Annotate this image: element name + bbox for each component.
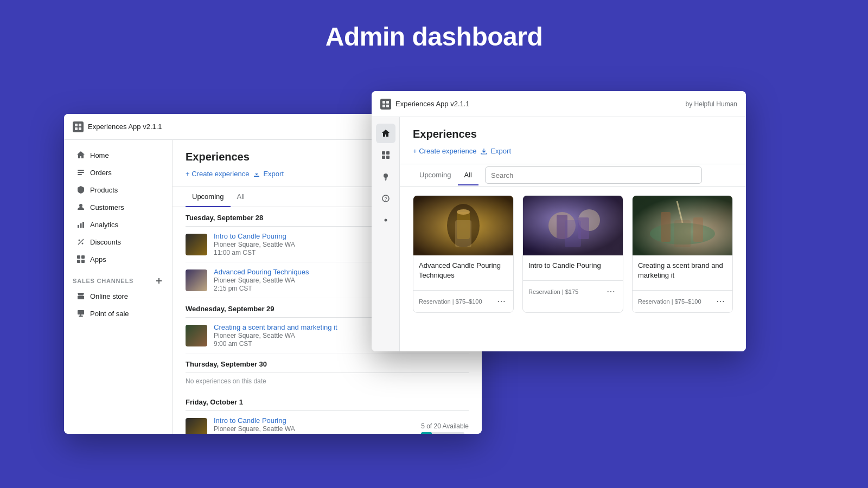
back-app-title: Experiences App v2.1.1 bbox=[88, 123, 162, 131]
sidebar-item-products[interactable]: Products bbox=[67, 181, 169, 198]
front-app-name: Experiences App v2.1.1 bbox=[380, 99, 470, 110]
svg-rect-20 bbox=[80, 314, 81, 316]
svg-rect-3 bbox=[79, 127, 81, 130]
back-tab-all[interactable]: All bbox=[231, 187, 251, 207]
front-sidebar-settings[interactable] bbox=[376, 210, 395, 230]
card-image-3 bbox=[633, 196, 732, 255]
sidebar-item-home[interactable]: Home bbox=[67, 146, 169, 164]
card-more-button-2[interactable]: ⋯ bbox=[604, 285, 617, 298]
event-title-link[interactable]: Intro to Candle Pouring bbox=[214, 416, 414, 425]
front-sidebar-question[interactable]: ? bbox=[376, 189, 395, 208]
card-meta-3: Reservation | $75–$100 bbox=[638, 298, 701, 305]
orders-icon bbox=[76, 168, 86, 177]
svg-rect-8 bbox=[78, 225, 79, 228]
svg-rect-5 bbox=[78, 172, 84, 173]
front-sidebar-grid[interactable] bbox=[376, 145, 395, 165]
front-window-body: ? Experiences + Create experience Export bbox=[372, 117, 746, 351]
svg-rect-37 bbox=[457, 212, 470, 239]
card-title-2: Intro to Candle Pouring bbox=[528, 261, 617, 271]
svg-point-11 bbox=[79, 240, 80, 241]
card-footer-3: Reservation | $75–$100 ⋯ bbox=[633, 290, 732, 312]
date-header-sep30: Thursday, September 30 bbox=[186, 354, 469, 373]
svg-text:?: ? bbox=[384, 196, 387, 202]
card-title-3: Creating a scent brand and marketing it bbox=[638, 261, 727, 280]
front-tab-upcoming[interactable]: Upcoming bbox=[413, 165, 458, 185]
sidebar-customers-label: Customers bbox=[90, 203, 124, 211]
svg-rect-23 bbox=[382, 105, 385, 107]
svg-rect-18 bbox=[78, 310, 84, 314]
svg-rect-46 bbox=[661, 212, 671, 242]
no-experiences-text: No experiences on this date bbox=[186, 373, 469, 391]
back-export-button[interactable]: Export bbox=[253, 168, 284, 180]
sidebar-discounts-label: Discounts bbox=[90, 238, 121, 246]
front-tab-all[interactable]: All bbox=[458, 165, 478, 185]
sidebar-online-store-label: Online store bbox=[90, 292, 128, 300]
page-title: Admin dashboard bbox=[0, 0, 868, 52]
svg-rect-16 bbox=[77, 260, 80, 263]
front-cards-grid: Advanced Candle Pouring Techniques Reser… bbox=[400, 187, 746, 322]
customers-icon bbox=[76, 202, 86, 212]
front-window-titlebar: Experiences App v2.1.1 by Helpful Human bbox=[372, 91, 746, 117]
sidebar-item-pos[interactable]: Point of sale bbox=[67, 305, 169, 322]
add-channel-button[interactable] bbox=[155, 277, 163, 285]
sidebar-item-discounts[interactable]: Discounts bbox=[67, 233, 169, 251]
front-content-header: Experiences + Create experience Export bbox=[400, 117, 746, 164]
card-more-button-3[interactable]: ⋯ bbox=[714, 295, 727, 308]
svg-rect-27 bbox=[382, 156, 385, 159]
sidebar-item-apps[interactable]: Apps bbox=[67, 251, 169, 268]
experience-card-1: Advanced Candle Pouring Techniques Reser… bbox=[413, 195, 514, 313]
svg-rect-42 bbox=[557, 215, 567, 239]
sidebar-item-orders[interactable]: Orders bbox=[67, 164, 169, 181]
svg-rect-44 bbox=[633, 196, 732, 255]
apps-icon bbox=[76, 254, 86, 264]
back-app-icon bbox=[73, 121, 84, 132]
front-window: Experiences App v2.1.1 by Helpful Human … bbox=[372, 91, 746, 351]
analytics-icon bbox=[76, 220, 86, 229]
svg-point-12 bbox=[82, 243, 84, 245]
front-search-input[interactable] bbox=[485, 166, 702, 184]
sidebar-apps-label: Apps bbox=[90, 255, 106, 264]
sidebar-item-analytics[interactable]: Analytics bbox=[67, 216, 169, 233]
home-icon bbox=[76, 150, 86, 160]
pos-icon bbox=[76, 309, 86, 318]
front-header-actions: + Create experience Export bbox=[413, 145, 733, 157]
front-sidebar-bulb[interactable] bbox=[376, 167, 395, 187]
card-body-2: Intro to Candle Pouring bbox=[523, 255, 623, 280]
svg-rect-21 bbox=[382, 101, 385, 104]
svg-rect-39 bbox=[523, 196, 623, 255]
back-app-name: Experiences App v2.1.1 bbox=[73, 121, 162, 132]
svg-rect-14 bbox=[77, 255, 80, 259]
card-body-3: Creating a scent brand and marketing it bbox=[633, 255, 732, 290]
svg-rect-47 bbox=[693, 217, 703, 242]
front-tabs-search-row: Upcoming All bbox=[400, 164, 746, 187]
event-location: Pioneer Square, Seattle WA bbox=[214, 425, 414, 433]
svg-rect-22 bbox=[386, 101, 389, 104]
card-body-1: Advanced Candle Pouring Techniques bbox=[413, 255, 513, 290]
front-main-content: Experiences + Create experience Export U… bbox=[400, 117, 746, 351]
svg-rect-0 bbox=[75, 124, 78, 126]
experience-card-3: Creating a scent brand and marketing it … bbox=[632, 195, 733, 313]
svg-rect-19 bbox=[79, 316, 83, 317]
sales-channels-section: SALES CHANNELS bbox=[64, 268, 172, 287]
event-info: Intro to Candle Pouring Pioneer Square, … bbox=[214, 416, 414, 434]
availability-fill bbox=[421, 432, 432, 434]
card-more-button-1[interactable]: ⋯ bbox=[495, 295, 508, 308]
sidebar-item-online-store[interactable]: Online store bbox=[67, 287, 169, 305]
svg-rect-30 bbox=[385, 178, 387, 179]
card-footer-2: Reservation | $175 ⋯ bbox=[523, 280, 623, 303]
front-sidebar-home[interactable] bbox=[376, 124, 395, 143]
sidebar-home-label: Home bbox=[90, 151, 109, 159]
front-byline: by Helpful Human bbox=[686, 100, 737, 108]
card-image-1 bbox=[413, 196, 513, 255]
front-create-experience-button[interactable]: + Create experience bbox=[413, 145, 476, 157]
back-tab-upcoming[interactable]: Upcoming bbox=[186, 187, 231, 207]
date-header-oct1: Friday, October 1 bbox=[186, 391, 469, 411]
svg-rect-9 bbox=[80, 223, 82, 228]
svg-rect-1 bbox=[79, 124, 81, 126]
front-export-button[interactable]: Export bbox=[481, 145, 511, 157]
card-meta-2: Reservation | $175 bbox=[528, 288, 578, 295]
sidebar-item-customers[interactable]: Customers bbox=[67, 198, 169, 216]
svg-point-29 bbox=[384, 174, 388, 178]
back-create-experience-button[interactable]: + Create experience bbox=[186, 168, 249, 180]
svg-point-34 bbox=[384, 219, 387, 222]
